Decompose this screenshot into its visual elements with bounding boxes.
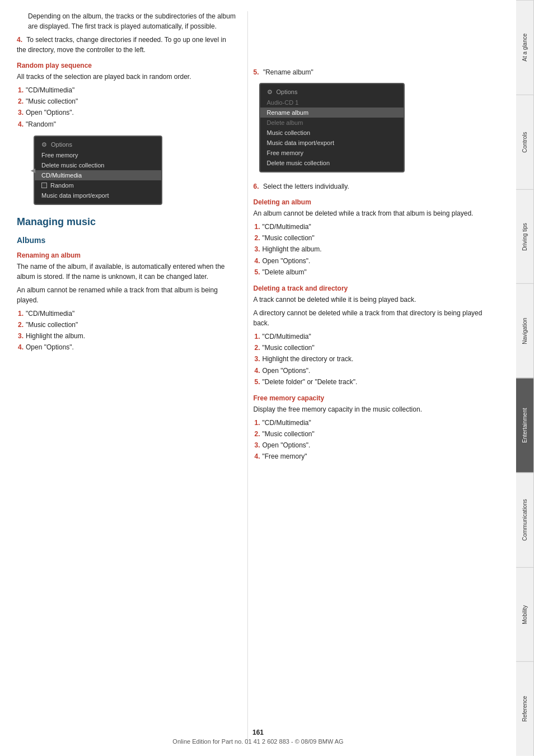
managing-music-title: Managing music xyxy=(17,216,236,228)
menu-delete-album: Delete album xyxy=(260,118,404,128)
free-mem-step-3: 3.Open "Options". xyxy=(254,440,499,451)
menu-delete-music-right: Delete music collection xyxy=(260,158,404,168)
gear-icon: ⚙ xyxy=(41,141,48,148)
renaming-step-2: 2."Music collection" xyxy=(17,320,236,330)
random-checkbox xyxy=(41,183,47,188)
tab-controls[interactable]: Controls xyxy=(516,95,534,189)
free-mem-step-1: 1."CD/Multimedia" xyxy=(254,418,499,428)
menu-header-right: ⚙ Options xyxy=(260,87,404,97)
tab-communications[interactable]: Communications xyxy=(516,473,534,567)
del-track-step-5: 5."Delete folder" or "Delete track". xyxy=(254,377,499,388)
menu-music-collection: Music collection xyxy=(260,128,404,138)
del-album-step-1: 1."CD/Multimedia" xyxy=(254,222,499,232)
step6: 6. Select the letters individually. xyxy=(254,181,499,192)
random-step-2: 2."Music collection" xyxy=(17,96,236,107)
random-sequence-title: Random play sequence xyxy=(17,62,236,69)
del-track-step-3: 3.Highlight the directory or track. xyxy=(254,354,499,365)
random-steps-list: 1."CD/Multimedia" 2."Music collection" 3… xyxy=(17,85,236,130)
left-arrow-indicator: ◄ xyxy=(29,166,37,175)
random-step-4: 4."Random" xyxy=(17,119,236,130)
step4-text: 4. To select tracks, change directories … xyxy=(17,35,236,55)
random-step-1: 1."CD/Multimedia" xyxy=(17,85,236,96)
rename-menu-screenshot: ⚙ Options Audio-CD 1 Rename album Delete… xyxy=(259,83,405,172)
menu-rename-album: Rename album xyxy=(260,108,404,118)
page-number: 161 xyxy=(0,729,516,736)
del-track-step-2: 2."Music collection" xyxy=(254,343,499,353)
renaming-step-3: 3.Highlight the album. xyxy=(17,331,236,342)
gear-icon-right: ⚙ xyxy=(267,88,274,95)
tab-entertainment[interactable]: Entertainment xyxy=(516,378,534,473)
free-memory-body: Display the free memory capacity in the … xyxy=(254,404,499,414)
menu-audio-cd: Audio-CD 1 xyxy=(260,97,404,108)
free-memory-title: Free memory capacity xyxy=(254,394,499,402)
del-album-step-2: 2."Music collection" xyxy=(254,233,499,244)
tab-driving-tips[interactable]: Driving tips xyxy=(516,189,534,284)
free-mem-step-2: 2."Music collection" xyxy=(254,429,499,440)
tab-mobility[interactable]: Mobility xyxy=(516,567,534,662)
deleting-album-body: An album cannot be deleted while a track… xyxy=(254,208,499,218)
intro-text: Depending on the album, the tracks or th… xyxy=(28,11,236,31)
tab-at-a-glance[interactable]: At a glance xyxy=(516,0,534,95)
footer-text: Online Edition for Part no. 01 41 2 602 … xyxy=(0,738,516,745)
deleting-track-steps: 1."CD/Multimedia" 2."Music collection" 3… xyxy=(254,332,499,388)
albums-title: Albums xyxy=(17,236,236,245)
random-sequence-body: All tracks of the selection are played b… xyxy=(17,72,236,82)
menu-item-delete-music: Delete music collection xyxy=(35,160,161,170)
menu-free-memory-right: Free memory xyxy=(260,148,404,158)
renaming-album-title: Renaming an album xyxy=(17,251,236,259)
free-memory-steps: 1."CD/Multimedia" 2."Music collection" 3… xyxy=(254,418,499,463)
renaming-steps-list: 1."CD/Multimedia" 2."Music collection" 3… xyxy=(17,309,236,353)
deleting-track-body1: A track cannot be deleted while it is be… xyxy=(254,295,499,305)
deleting-track-body2: A directory cannot be deleted while a tr… xyxy=(254,308,499,328)
rename-step5: 5. "Rename album" xyxy=(254,67,499,77)
del-track-step-1: 1."CD/Multimedia" xyxy=(254,332,499,342)
menu-item-random: Random xyxy=(35,180,161,190)
menu-item-music-import: Music data import/export xyxy=(35,190,161,200)
renaming-body1: The name of the album, if available, is … xyxy=(17,262,236,282)
del-album-step-5: 5."Delete album" xyxy=(254,267,499,278)
sidebar-tabs: At a glance Controls Driving tips Naviga… xyxy=(516,0,534,756)
menu-music-import-export: Music data import/export xyxy=(260,138,404,148)
del-album-step-3: 3.Highlight the album. xyxy=(254,244,499,255)
deleting-album-title: Deleting an album xyxy=(254,198,499,206)
random-step-3: 3.Open "Options". xyxy=(17,108,236,118)
deleting-track-title: Deleting a track and directory xyxy=(254,284,499,292)
free-mem-step-4: 4."Free memory" xyxy=(254,451,499,462)
page-footer: 161 Online Edition for Part no. 01 41 2 … xyxy=(0,729,516,745)
del-album-step-4: 4.Open "Options". xyxy=(254,256,499,267)
menu-header-left: ⚙ Options xyxy=(35,140,161,150)
renaming-step-1: 1."CD/Multimedia" xyxy=(17,309,236,319)
tab-navigation[interactable]: Navigation xyxy=(516,283,534,378)
random-menu-screenshot: ◄ ⚙ Options Free memory Delete music col… xyxy=(34,136,162,205)
del-track-step-4: 4.Open "Options". xyxy=(254,366,499,376)
tab-reference[interactable]: Reference xyxy=(516,661,534,756)
renaming-body2: An album cannot be renamed while a track… xyxy=(17,285,236,305)
menu-item-free-memory: Free memory xyxy=(35,150,161,160)
deleting-album-steps: 1."CD/Multimedia" 2."Music collection" 3… xyxy=(254,222,499,278)
menu-item-cd-multimedia: CD/Multimedia xyxy=(35,170,161,180)
renaming-step-4: 4.Open "Options". xyxy=(17,342,236,353)
